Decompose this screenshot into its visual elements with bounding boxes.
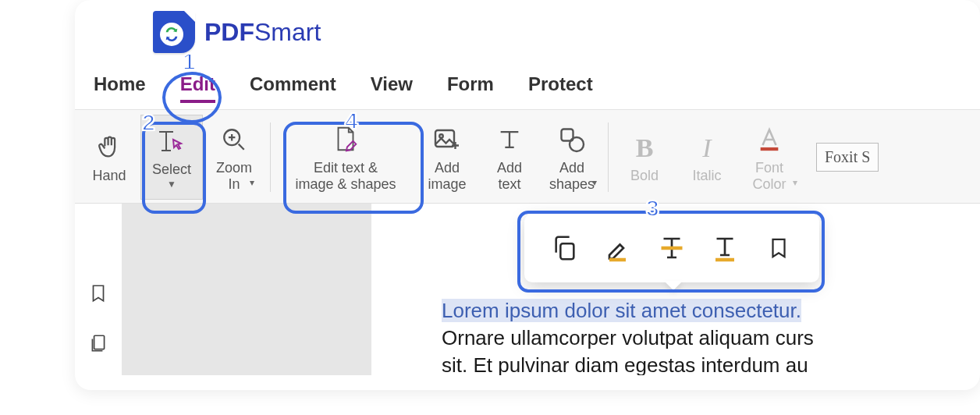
svg-point-4 <box>570 137 584 151</box>
font-family-select[interactable]: Foxit S <box>816 143 879 172</box>
app-window: PDFSmart Home Edit Comment View Form Pro… <box>75 0 980 390</box>
main-tabs: Home Edit Comment View Form Protect <box>75 58 980 110</box>
mini-strikethrough[interactable] <box>654 230 690 266</box>
add-shapes-icon <box>558 126 586 154</box>
tool-add-text[interactable]: Add text <box>478 115 541 200</box>
tool-italic-label: Italic <box>692 168 721 184</box>
underline-icon <box>711 234 739 262</box>
app-title: PDFSmart <box>204 18 321 47</box>
tool-add-image-label: Add image <box>428 160 466 192</box>
tool-add-shapes[interactable]: Add shapes ▾ <box>541 115 603 200</box>
mini-highlight[interactable] <box>601 230 637 266</box>
bookmark-outline-icon <box>767 235 790 261</box>
add-text-icon <box>496 126 523 153</box>
body-text-line: sit. Et pulvinar diam egestas interdum a… <box>442 353 808 375</box>
tool-add-text-label: Add text <box>497 160 522 192</box>
hand-icon <box>96 134 123 161</box>
tool-edit-text-image-shapes[interactable]: Edit text & image & shapes <box>275 115 416 200</box>
svg-rect-5 <box>761 147 779 151</box>
tool-bold[interactable]: B Bold <box>613 115 676 200</box>
chevron-down-icon: ▼ <box>167 179 176 190</box>
tool-italic[interactable]: I Italic <box>676 115 738 200</box>
left-sidebar <box>75 204 122 375</box>
tool-edit-tis-label: Edit text & image & shapes <box>295 160 396 192</box>
sidebar-pages[interactable] <box>88 332 108 358</box>
bold-icon: B <box>636 130 654 165</box>
tool-bold-label: Bold <box>630 168 659 184</box>
tool-hand-label: Hand <box>92 168 126 184</box>
chevron-down-icon: ▾ <box>592 178 597 189</box>
selected-text[interactable]: Lorem ipsum dolor sit amet consectetur. <box>442 299 801 322</box>
tool-zoom-in[interactable]: Zoom In ▾ <box>203 115 265 200</box>
tab-form[interactable]: Form <box>447 73 494 103</box>
zoom-in-icon <box>221 126 247 153</box>
sidebar-bookmarks[interactable] <box>88 282 108 308</box>
tool-add-image[interactable]: Add image <box>416 115 478 200</box>
app-logo <box>153 11 195 53</box>
tool-font-color-label: Font Color <box>752 160 786 192</box>
separator <box>608 122 609 192</box>
add-image-icon <box>433 126 461 154</box>
arrows-icon <box>163 26 180 43</box>
tab-comment[interactable]: Comment <box>250 73 336 103</box>
thumbnail-panel[interactable] <box>122 204 371 375</box>
tab-home[interactable]: Home <box>94 73 146 103</box>
tab-edit[interactable]: Edit <box>180 73 215 103</box>
strikethrough-icon <box>658 234 686 262</box>
chevron-down-icon: ▾ <box>250 178 254 189</box>
tab-view[interactable]: View <box>371 73 413 103</box>
tool-select-label: Select <box>152 161 191 178</box>
separator <box>270 122 271 192</box>
tool-select[interactable]: Select ▼ <box>140 115 203 200</box>
tool-font-color[interactable]: Font Color ▾ <box>738 115 801 200</box>
mini-copy[interactable] <box>547 230 583 266</box>
highlight-icon <box>605 234 633 262</box>
svg-rect-1 <box>435 130 454 147</box>
chevron-down-icon: ▾ <box>793 178 797 189</box>
font-color-icon <box>756 126 783 153</box>
mini-underline[interactable] <box>707 230 743 266</box>
body-text-line: Ornare ullamcorper volutpat aliquam curs <box>442 326 814 349</box>
edit-doc-icon <box>331 125 360 154</box>
svg-rect-7 <box>561 243 574 259</box>
select-text-icon <box>156 126 187 157</box>
svg-rect-6 <box>94 335 105 349</box>
brand-bar: PDFSmart <box>75 0 980 58</box>
tool-zoom-label: Zoom In <box>216 160 252 192</box>
tab-protect[interactable]: Protect <box>528 73 593 103</box>
copy-icon <box>552 235 578 261</box>
tool-add-shapes-label: Add shapes <box>549 160 595 192</box>
ribbon-toolbar: Hand Select ▼ Zoom In ▾ <box>75 110 980 204</box>
italic-icon: I <box>702 130 711 165</box>
mini-bookmark[interactable] <box>761 230 797 266</box>
bookmark-icon <box>88 282 108 305</box>
tool-hand[interactable]: Hand <box>78 115 140 200</box>
pages-icon <box>88 332 108 355</box>
selection-mini-toolbar <box>524 214 819 282</box>
